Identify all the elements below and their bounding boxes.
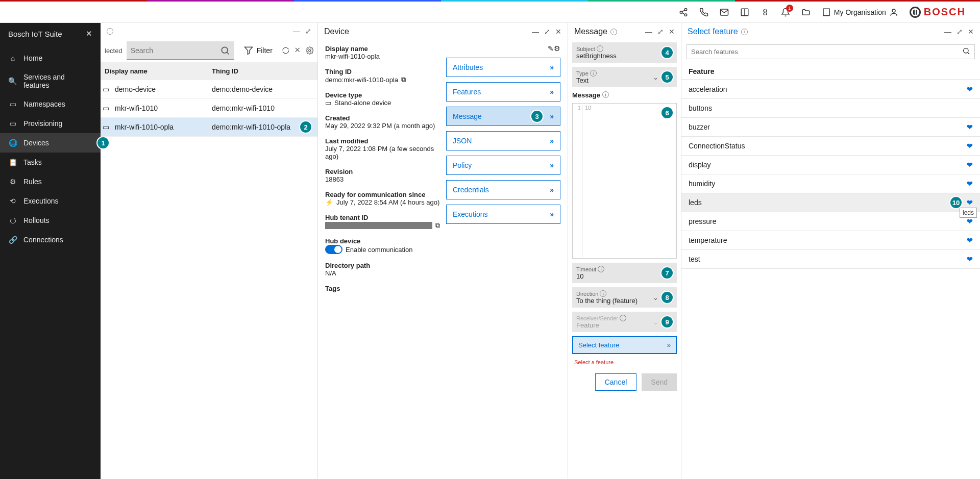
user-icon[interactable]	[889, 8, 898, 17]
notification-badge: 1	[786, 5, 793, 12]
svg-line-3	[682, 10, 684, 11]
svg-rect-8	[823, 9, 829, 16]
building-icon	[822, 8, 831, 17]
mail-icon[interactable]	[720, 8, 729, 17]
folder-icon[interactable]	[801, 8, 811, 17]
legal-icon[interactable]	[761, 8, 770, 17]
svg-point-2	[684, 14, 687, 16]
topbar: 1 My Organisation BOSCH	[0, 2, 980, 23]
org-label: My Organisation	[834, 8, 886, 16]
phone-icon[interactable]	[699, 8, 708, 17]
share-icon[interactable]	[679, 8, 688, 17]
org-selector[interactable]: My Organisation	[822, 8, 898, 17]
bosch-logo: BOSCH	[910, 6, 966, 18]
svg-point-1	[680, 11, 682, 13]
svg-line-4	[682, 13, 684, 14]
bell-icon[interactable]: 1	[781, 8, 790, 17]
svg-point-0	[684, 8, 687, 11]
book-icon[interactable]	[740, 8, 749, 17]
svg-point-15	[892, 9, 895, 12]
